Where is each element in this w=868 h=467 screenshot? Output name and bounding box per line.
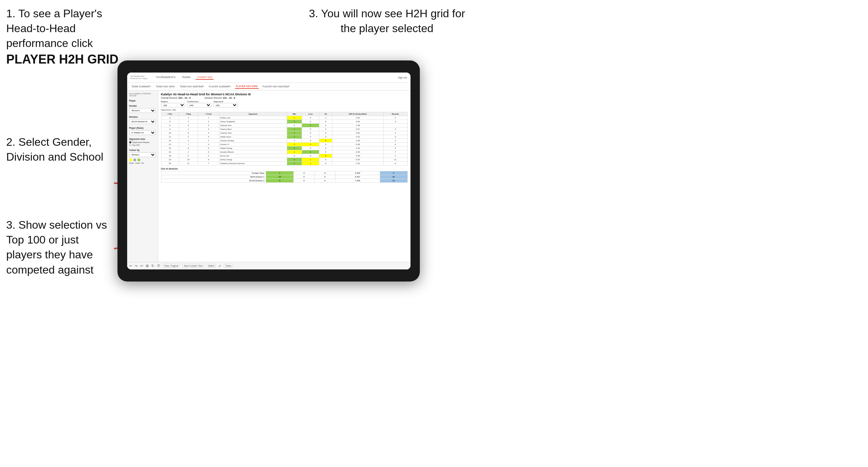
td-win: 1 <box>287 150 302 154</box>
td-tie: 0 <box>319 146 332 150</box>
watch-btn[interactable]: Watch <box>207 264 216 268</box>
tablet-frame: SCOREBOARD Powered by clippd TOURNAMENTS… <box>117 60 420 282</box>
td-rounds: 6 <box>383 162 407 165</box>
sign-out[interactable]: Sign out <box>398 76 407 79</box>
gender-select[interactable]: Women's Men's <box>129 108 156 113</box>
td-conf: 2 <box>198 120 219 124</box>
nav-committee[interactable]: COMMITTEE <box>196 75 214 80</box>
td-opponent: Andrea York <box>219 131 287 135</box>
td-out-tie: 0 <box>314 179 335 183</box>
dot-down <box>129 159 132 161</box>
radio-top100-label: Top 100 <box>132 144 140 146</box>
td-win: 0 <box>287 124 302 127</box>
td-out-loss: 0 <box>294 171 314 175</box>
step3-left-text: 3. Show selection vs Top 100 or just pla… <box>6 219 107 276</box>
td-out-diff: 7.400 <box>335 179 380 183</box>
clock-icon[interactable]: ⏱ <box>157 264 160 268</box>
th-diff: Diff Av Strokes/Rnd <box>332 112 384 116</box>
nav-tournaments[interactable]: TOURNAMENTS <box>154 75 177 80</box>
subnav-team-summary[interactable]: TEAM SUMMARY <box>131 85 152 88</box>
td-div: 19 <box>161 158 179 162</box>
td-div: 5 <box>161 120 179 124</box>
td-conf: 4 <box>198 127 219 131</box>
instruction-step1: 1. To see a Player's Head-to-Head perfor… <box>6 6 124 68</box>
td-opponent: Euna Lee <box>219 154 287 158</box>
player-label: Player <box>129 99 156 102</box>
main-content: Katelyn Vo Head-to-Head Grid for Women's… <box>158 90 411 269</box>
sub-nav: TEAM SUMMARY TEAM H2H GRID TEAM H2H HEAT… <box>127 83 411 90</box>
undo2-icon[interactable]: ↩ <box>140 264 143 268</box>
subnav-team-h2h-grid[interactable]: TEAM H2H GRID <box>155 85 176 88</box>
subnav-player-h2h-heatmap[interactable]: PLAYER H2H HEATMAP <box>262 85 291 88</box>
td-opponent: Esther Lee <box>219 116 287 120</box>
td-tie: 0 <box>319 131 332 135</box>
td-div: 11 <box>161 135 179 139</box>
td-loss: 1 <box>302 158 319 162</box>
subnav-player-summary[interactable]: PLAYER SUMMARY <box>208 85 232 88</box>
nav-items: TOURNAMENTS TEAMS COMMITTEE <box>154 75 214 80</box>
th-loss: Loss <box>302 112 319 116</box>
td-win: 1 <box>287 116 302 120</box>
subnav-player-h2h-grid[interactable]: PLAYER H2H GRID <box>235 84 259 89</box>
subnav-team-h2h-heatmap[interactable]: TEAM H2H HEATMAP <box>179 85 205 88</box>
td-rounds: 4 <box>383 146 407 150</box>
view-original-btn[interactable]: View: Original <box>163 264 180 268</box>
table-row: 19 10 6 Emily Chang 4 1 0 0.30 11 <box>161 158 407 162</box>
division-select[interactable]: NCAA Division III NCAA Division I NCAA D… <box>129 119 156 124</box>
td-div: 9 <box>161 127 179 131</box>
region-select[interactable]: (All) <box>161 103 185 107</box>
td-tie: 0 <box>319 124 332 127</box>
td-reg: 8 <box>179 146 198 150</box>
td-conf: 1 <box>198 116 219 120</box>
radio-opponents-played[interactable]: Opponents Played <box>129 141 156 143</box>
out-of-division-label: Out of division <box>161 168 408 170</box>
td-loss: 0 <box>302 135 319 139</box>
td-opponent: Eunice Yi <box>219 143 287 146</box>
share-btn[interactable]: Share <box>224 264 233 268</box>
td-rounds: 4 <box>383 131 407 135</box>
player-rank-select[interactable]: 8. Katelyn Vo <box>129 130 156 135</box>
td-out-win: 5 <box>266 179 294 183</box>
expand-icon[interactable]: ⤢ <box>218 264 221 268</box>
opponent-select[interactable]: (All) <box>214 103 238 107</box>
copy-icon[interactable]: ⊞ <box>146 264 149 268</box>
td-out-rounds: 10 <box>380 179 407 183</box>
td-win: 2 <box>287 162 302 165</box>
td-win: 0 <box>287 154 302 158</box>
td-loss: 0 <box>302 116 319 120</box>
undo-icon[interactable]: ↩ <box>129 264 132 268</box>
td-reg: 3 <box>179 124 198 127</box>
td-rounds: 11 <box>383 158 407 162</box>
rotate-icon[interactable]: ↻ <box>151 264 154 268</box>
td-rounds: 9 <box>383 143 407 146</box>
nav-teams[interactable]: TEAMS <box>180 75 192 80</box>
td-tie: 0 <box>319 150 332 154</box>
redo-icon[interactable]: ↪ <box>135 264 138 268</box>
td-conf: 3 <box>198 131 219 135</box>
td-conf: 5 <box>198 146 219 150</box>
td-conf: 6 <box>198 158 219 162</box>
timestamp: Last Updated: 27/03/2024 16:55:38 <box>129 93 156 97</box>
td-conf: 2 <box>198 154 219 158</box>
td-reg: 1 <box>179 116 198 120</box>
instruction-step3-left: 3. Show selection vs Top 100 or just pla… <box>6 218 117 277</box>
tablet-screen: SCOREBOARD Powered by clippd TOURNAMENTS… <box>127 73 411 269</box>
out-table-row: NCAA Division 2 5 0 0 7.400 10 <box>161 179 407 183</box>
td-reg: 10 <box>179 158 198 162</box>
td-rounds: 3 <box>383 135 407 139</box>
radio-top100[interactable]: Top 100 <box>129 144 156 146</box>
td-conf: 5 <box>198 135 219 139</box>
td-win: 2 <box>287 143 302 146</box>
td-opponent: Sharon Mun <box>219 127 287 131</box>
conference-select[interactable]: (All) <box>187 103 211 107</box>
td-rounds: 3 <box>383 120 407 124</box>
td-tie: 0 <box>319 154 332 158</box>
td-loss: 0 <box>302 146 319 150</box>
td-diff: 1.50 <box>332 116 384 120</box>
instruction-step2: 2. Select Gender, Division and School <box>6 135 113 164</box>
out-table-row: NAIA Division 1 15 0 0 9.267 30 <box>161 175 407 179</box>
td-diff: 0.38 <box>332 143 384 146</box>
save-custom-btn[interactable]: Save Custom View <box>182 264 204 268</box>
colour-select[interactable]: Win/loss <box>129 152 156 157</box>
td-out-name: NAIA Division 1 <box>161 175 266 179</box>
